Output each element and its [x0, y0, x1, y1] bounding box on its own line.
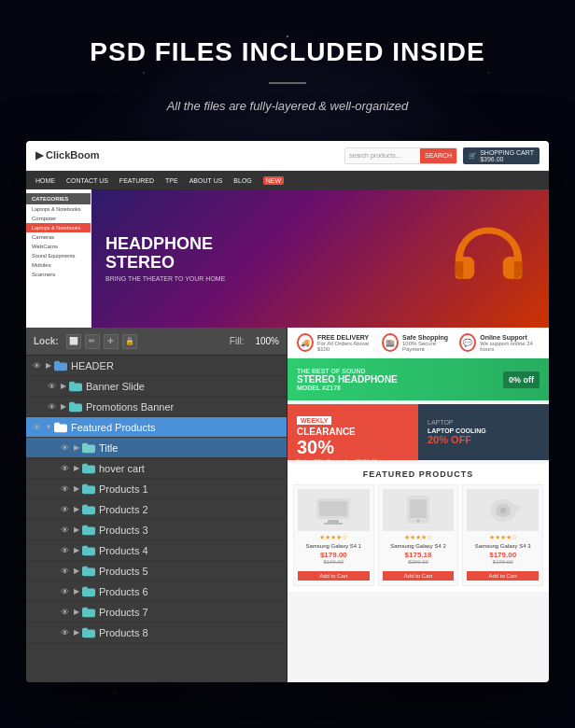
layers-list: 👁 ▶ HEADER 👁 ▶ Banner Slide 👁 — [26, 356, 287, 682]
svg-rect-12 — [512, 505, 520, 511]
banner-tag: 0% off — [503, 371, 540, 388]
eye-icon[interactable]: 👁 — [58, 585, 71, 598]
layer-products-7[interactable]: 👁 ▶ Products 7 — [26, 602, 287, 623]
product-card-2: ★★★★☆ Samsung Galaxy S4 2 $175.18 $200.0… — [378, 484, 459, 586]
screenshot-wrapper: ▶ ClickBoom search products... SEARCH 🛒 … — [26, 141, 549, 682]
eye-icon[interactable]: 👁 — [58, 462, 71, 475]
hero-image — [442, 217, 535, 301]
layer-title-name: Title — [99, 442, 118, 454]
nav-featured[interactable]: FEATURED — [119, 177, 154, 184]
clearance-date: Friday 08th September 09:31:40 — [297, 458, 377, 464]
new-badge: NEW — [263, 176, 284, 185]
support-icon: 💬 — [459, 333, 476, 352]
cat-computer[interactable]: Computer — [26, 214, 91, 223]
layer-products-2-name: Products 2 — [99, 504, 148, 515]
eye-icon[interactable]: 👁 — [58, 544, 71, 557]
featured-title: FEATURED PRODUCTS — [293, 469, 543, 479]
lock-brush-icon[interactable]: ✏ — [85, 334, 100, 349]
cat-laptops-active[interactable]: Laptops & Notebooks — [26, 223, 91, 232]
lock-all-icon[interactable]: 🔒 — [122, 334, 137, 349]
cat-scanners[interactable]: Scanners — [26, 270, 91, 279]
arrow-icon[interactable]: ▶ — [71, 463, 82, 474]
add-to-cart-btn-1[interactable]: Add to Cart — [298, 571, 370, 581]
cat-cameras[interactable]: Cameras — [26, 232, 91, 242]
layer-banner-slide[interactable]: 👁 ▶ Banner Slide — [26, 376, 287, 397]
nav-tpe[interactable]: TPE — [165, 177, 178, 184]
svg-rect-5 — [324, 523, 343, 525]
layer-products-1[interactable]: 👁 ▶ Products 1 — [26, 479, 287, 499]
svg-point-8 — [417, 520, 420, 523]
layer-hover-cart[interactable]: 👁 ▶ hover cart — [26, 458, 287, 479]
search-input[interactable]: search products... — [345, 147, 420, 164]
product-old-price-2: $200.00 — [383, 559, 455, 565]
cat-laptops-notebooks[interactable]: Laptops & Notebooks — [26, 204, 91, 214]
arrow-icon[interactable]: ▶ — [71, 545, 82, 556]
preview-header: 🚚 FREE DELIVERY For All Orders Above $10… — [288, 328, 549, 358]
add-to-cart-btn-2[interactable]: Add to Cart — [383, 571, 455, 581]
eye-icon[interactable]: 👁 — [58, 626, 71, 639]
arrow-icon[interactable]: ▶ — [58, 401, 69, 413]
arrow-icon[interactable]: ▶ — [71, 586, 82, 597]
layer-products-6-name: Products 6 — [99, 586, 148, 597]
eye-icon[interactable]: 👁 — [30, 359, 43, 372]
eye-icon[interactable]: 👁 — [58, 483, 71, 496]
product-price-2: $175.18 — [383, 551, 455, 559]
safe-title: Safe Shopping — [402, 334, 452, 341]
eye-icon[interactable]: 👁 — [45, 380, 58, 393]
nav-about[interactable]: ABOUT US — [189, 177, 223, 184]
arrow-icon[interactable]: ▶ — [71, 627, 82, 638]
layer-products-3[interactable]: 👁 ▶ Products 3 — [26, 520, 287, 540]
fill-value: 100% — [255, 336, 279, 346]
categories-title: CATEGORIES — [26, 193, 91, 204]
arrow-icon[interactable]: ▶ — [71, 525, 82, 536]
cart-button[interactable]: 🛒 SHOPPING CART$396.00 — [463, 147, 540, 164]
eye-icon[interactable]: 👁 — [58, 606, 71, 619]
eye-icon[interactable]: 👁 — [30, 421, 43, 434]
eye-icon[interactable]: 👁 — [45, 400, 58, 413]
eye-icon[interactable]: 👁 — [58, 441, 71, 455]
layer-products-6[interactable]: 👁 ▶ Products 6 — [26, 581, 287, 602]
model-label: MODEL #Z178 — [297, 385, 398, 391]
layer-products-8-name: Products 8 — [99, 627, 148, 638]
product-old-price-3: $199.00 — [467, 559, 539, 565]
toolbar-icons: ⬜ ✏ ✛ 🔒 — [66, 334, 137, 349]
page-container: PSD FILES INCLUDED INSIDE All the files … — [0, 0, 575, 701]
arrow-icon[interactable]: ▶ — [58, 381, 69, 392]
layer-header[interactable]: 👁 ▶ HEADER — [26, 356, 287, 376]
add-to-cart-btn-3[interactable]: Add to Cart — [467, 571, 539, 581]
product-stars-3: ★★★★☆ — [467, 534, 539, 541]
layer-promotions-banner[interactable]: 👁 ▶ Promotions Banner — [26, 397, 287, 417]
lock-move-icon[interactable]: ✛ — [104, 334, 119, 349]
arrow-icon[interactable]: ▶ — [71, 442, 82, 454]
eye-icon[interactable]: 👁 — [58, 503, 71, 516]
arrow-icon[interactable]: ▶ — [43, 360, 54, 371]
eye-icon[interactable]: 👁 — [58, 524, 71, 537]
layer-products-8[interactable]: 👁 ▶ Products 8 — [26, 623, 287, 643]
site-header: ▶ ClickBoom search products... SEARCH 🛒 … — [26, 141, 549, 171]
cat-mobiles[interactable]: Mobiles — [26, 260, 91, 270]
eye-icon[interactable]: 👁 — [58, 565, 71, 578]
nav-home[interactable]: HOME — [35, 177, 55, 184]
layer-products-2[interactable]: 👁 ▶ Products 2 — [26, 499, 287, 520]
lock-transparent-icon[interactable]: ⬜ — [66, 334, 81, 349]
search-button[interactable]: SEARCH — [420, 147, 456, 164]
arrow-expand-icon[interactable]: ▼ — [43, 422, 54, 433]
arrow-icon[interactable]: ▶ — [71, 483, 82, 495]
arrow-icon[interactable]: ▶ — [71, 566, 82, 577]
nav-blog[interactable]: BLOG — [233, 177, 251, 184]
layer-products-5[interactable]: 👁 ▶ Products 5 — [26, 561, 287, 581]
support-text: Online Support We support online 24 hour… — [480, 334, 540, 352]
site-nav-bar: HOME CONTACT US FEATURED TPE ABOUT US BL… — [26, 171, 549, 189]
cat-webcams[interactable]: WebCams — [26, 242, 91, 251]
layer-title[interactable]: 👁 ▶ Title — [26, 438, 287, 458]
cart-price: $396.00 — [480, 156, 503, 162]
layer-products-4[interactable]: 👁 ▶ Products 4 — [26, 540, 287, 561]
nav-contact[interactable]: CONTACT US — [66, 177, 108, 184]
layer-products-3-name: Products 3 — [99, 525, 148, 536]
layer-featured-products[interactable]: 👁 ▼ Featured Products — [26, 417, 287, 438]
cat-sound[interactable]: Sound Equipments — [26, 251, 91, 260]
search-bar[interactable]: search products... SEARCH — [344, 147, 457, 164]
clearance-percent: 30% — [297, 437, 377, 458]
arrow-icon[interactable]: ▶ — [71, 504, 82, 515]
arrow-icon[interactable]: ▶ — [71, 607, 82, 618]
